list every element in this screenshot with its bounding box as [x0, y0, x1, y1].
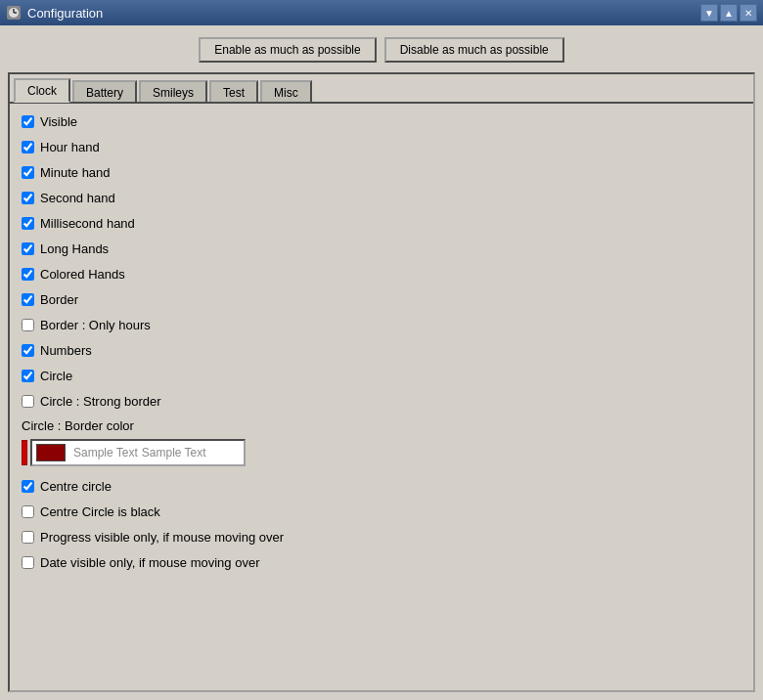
- toolbar-row: Enable as much as possible Disable as mu…: [8, 33, 755, 66]
- label-millisecond-hand[interactable]: Millisecond hand: [40, 216, 135, 231]
- label-border-only-hours[interactable]: Border : Only hours: [40, 318, 151, 332]
- label-visible[interactable]: Visible: [40, 114, 77, 129]
- label-progress-visible[interactable]: Progress visible only, if mouse moving o…: [40, 530, 284, 545]
- checkbox-border-only-hours[interactable]: [22, 319, 34, 331]
- check-row-long-hands: Long Hands: [18, 237, 745, 260]
- title-bar-buttons: ▼ ▲ ✕: [700, 4, 757, 22]
- checkbox-millisecond-hand[interactable]: [22, 217, 34, 230]
- checkbox-progress-visible[interactable]: [22, 531, 34, 544]
- restore-button[interactable]: ▲: [720, 4, 738, 22]
- circle-border-color-label: Circle : Border color: [18, 415, 745, 435]
- label-date-visible[interactable]: Date visible only, if mouse moving over: [40, 555, 259, 570]
- minimize-button[interactable]: ▼: [700, 4, 718, 22]
- check-row-border: Border: [18, 287, 745, 311]
- title-bar-left: Configuration: [6, 5, 103, 21]
- checkbox-hour-hand[interactable]: [22, 141, 34, 153]
- color-picker-wrapper: Sample Text Sample Text: [18, 437, 745, 472]
- label-circle[interactable]: Circle: [40, 369, 72, 383]
- tab-test[interactable]: Test: [209, 80, 258, 103]
- check-row-circle-strong-border: Circle : Strong border: [18, 389, 745, 413]
- checkbox-numbers[interactable]: [22, 344, 34, 357]
- tab-misc[interactable]: Misc: [260, 80, 312, 103]
- checkbox-centre-circle[interactable]: [22, 480, 34, 493]
- label-colored-hands[interactable]: Colored Hands: [40, 267, 125, 282]
- app-icon: [6, 5, 22, 21]
- tab-battery[interactable]: Battery: [72, 80, 137, 103]
- enable-all-button[interactable]: Enable as much as possible: [199, 37, 376, 63]
- tab-content-clock: Visible Hour hand Minute hand Second han…: [10, 102, 753, 690]
- window-body: Enable as much as possible Disable as mu…: [0, 25, 763, 700]
- sample-text-1: Sample Text: [73, 446, 138, 459]
- check-row-colored-hands: Colored Hands: [18, 262, 745, 285]
- tab-row: Clock Battery Smileys Test Misc: [10, 74, 753, 102]
- check-row-circle: Circle: [18, 364, 745, 387]
- check-row-minute-hand: Minute hand: [18, 160, 745, 184]
- checkbox-colored-hands[interactable]: [22, 268, 34, 281]
- tab-clock[interactable]: Clock: [14, 78, 70, 103]
- checkbox-visible[interactable]: [22, 115, 34, 128]
- label-border[interactable]: Border: [40, 292, 78, 307]
- check-row-progress-visible: Progress visible only, if mouse moving o…: [18, 525, 745, 548]
- checkbox-circle[interactable]: [22, 370, 34, 382]
- label-centre-circle-black[interactable]: Centre Circle is black: [40, 504, 160, 519]
- tab-smileys[interactable]: Smileys: [139, 80, 207, 103]
- red-indicator: [22, 440, 27, 465]
- checkbox-date-visible[interactable]: [22, 556, 34, 569]
- check-row-centre-circle: Centre circle: [18, 474, 745, 498]
- check-row-date-visible: Date visible only, if mouse moving over: [18, 550, 745, 574]
- label-centre-circle[interactable]: Centre circle: [40, 479, 112, 494]
- color-swatch[interactable]: [36, 444, 66, 461]
- check-row-border-only-hours: Border : Only hours: [18, 313, 745, 336]
- disable-all-button[interactable]: Disable as much as possible: [384, 37, 564, 63]
- sample-text-2: Sample Text: [142, 446, 206, 459]
- label-long-hands[interactable]: Long Hands: [40, 241, 109, 256]
- color-picker-box[interactable]: Sample Text Sample Text: [30, 439, 246, 466]
- label-numbers[interactable]: Numbers: [40, 343, 92, 358]
- check-row-visible: Visible: [18, 109, 745, 133]
- check-row-numbers: Numbers: [18, 338, 745, 362]
- title-bar: Configuration ▼ ▲ ✕: [0, 0, 763, 25]
- label-circle-strong-border[interactable]: Circle : Strong border: [40, 394, 161, 409]
- label-second-hand[interactable]: Second hand: [40, 191, 115, 205]
- checkbox-centre-circle-black[interactable]: [22, 505, 34, 518]
- checkbox-minute-hand[interactable]: [22, 166, 34, 179]
- checkbox-second-hand[interactable]: [22, 192, 34, 204]
- checkbox-border[interactable]: [22, 293, 34, 306]
- check-row-hour-hand: Hour hand: [18, 135, 745, 158]
- label-minute-hand[interactable]: Minute hand: [40, 165, 111, 180]
- close-button[interactable]: ✕: [740, 4, 757, 22]
- checkbox-long-hands[interactable]: [22, 242, 34, 255]
- tab-container: Clock Battery Smileys Test Misc Visible: [8, 72, 755, 692]
- check-row-centre-circle-black: Centre Circle is black: [18, 500, 745, 523]
- check-row-second-hand: Second hand: [18, 186, 745, 209]
- label-hour-hand[interactable]: Hour hand: [40, 140, 100, 154]
- window-title: Configuration: [27, 6, 103, 21]
- checkbox-circle-strong-border[interactable]: [22, 395, 34, 408]
- check-row-millisecond-hand: Millisecond hand: [18, 211, 745, 235]
